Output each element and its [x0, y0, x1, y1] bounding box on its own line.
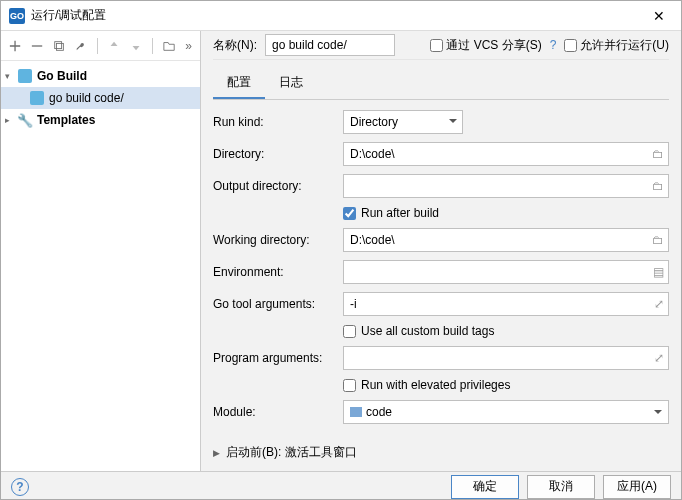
cancel-button[interactable]: 取消 [527, 475, 595, 499]
tree-label: Templates [37, 113, 95, 127]
help-share-icon[interactable]: ? [550, 38, 557, 52]
folder-icon[interactable] [163, 39, 175, 53]
expand-icon[interactable]: » [185, 39, 192, 53]
before-launch-section[interactable]: ▶ 启动前(B): 激活工具窗口 [213, 444, 669, 461]
tree-item-gobuild-code[interactable]: go build code/ [1, 87, 200, 109]
go-tool-args-label: Go tool arguments: [213, 297, 343, 311]
run-kind-label: Run kind: [213, 115, 343, 129]
module-select[interactable]: code [343, 400, 669, 424]
name-row: 名称(N): 通过 VCS 分享(S) ? 允许并行运行(U) [213, 31, 669, 60]
apply-button[interactable]: 应用(A) [603, 475, 671, 499]
up-icon[interactable] [108, 39, 120, 53]
tab-config[interactable]: 配置 [213, 68, 265, 99]
chevron-down-icon[interactable]: ▾ [5, 71, 17, 81]
copy-icon[interactable] [53, 39, 65, 53]
module-icon [350, 407, 362, 417]
run-after-build-checkbox[interactable] [343, 207, 356, 220]
run-elevated-label: Run with elevated privileges [361, 378, 510, 392]
add-icon[interactable] [9, 39, 21, 53]
share-vcs-checkbox[interactable]: 通过 VCS 分享(S) [430, 37, 541, 54]
config-form: Run kind: Directory Directory: 🗀 Output … [213, 100, 669, 471]
wrench-icon: 🔧 [17, 113, 33, 128]
run-kind-select[interactable]: Directory [343, 110, 463, 134]
allow-parallel-checkbox[interactable]: 允许并行运行(U) [564, 37, 669, 54]
svg-rect-0 [55, 41, 62, 48]
tree-item-gobuild[interactable]: ▾ Go Build [1, 65, 200, 87]
run-elevated-checkbox[interactable] [343, 379, 356, 392]
footer: ? 确定 取消 应用(A) [1, 471, 681, 500]
svg-rect-1 [57, 43, 64, 50]
working-dir-input[interactable] [343, 228, 669, 252]
go-icon [18, 69, 32, 83]
app-icon: GO [9, 8, 25, 24]
tabs: 配置 日志 [213, 68, 669, 100]
module-label: Module: [213, 405, 343, 419]
sidebar: » ▾ Go Build go build code/ ▸ 🔧 Template… [1, 31, 201, 471]
config-tree: ▾ Go Build go build code/ ▸ 🔧 Templates [1, 61, 200, 471]
working-dir-label: Working directory: [213, 233, 343, 247]
run-after-build-label: Run after build [361, 206, 439, 220]
chevron-right-icon: ▶ [213, 448, 220, 458]
directory-label: Directory: [213, 147, 343, 161]
environment-input[interactable] [343, 260, 669, 284]
use-all-tags-label: Use all custom build tags [361, 324, 494, 338]
output-dir-label: Output directory: [213, 179, 343, 193]
output-dir-input[interactable] [343, 174, 669, 198]
chevron-down-icon [654, 410, 662, 418]
tree-label: Go Build [37, 69, 87, 83]
before-launch-label: 启动前(B): 激活工具窗口 [226, 444, 357, 461]
sidebar-toolbar: » [1, 31, 200, 61]
use-all-tags-checkbox[interactable] [343, 325, 356, 338]
ok-button[interactable]: 确定 [451, 475, 519, 499]
module-value: code [366, 405, 392, 419]
wrench-icon[interactable] [75, 39, 87, 53]
help-button[interactable]: ? [11, 478, 29, 496]
directory-input[interactable] [343, 142, 669, 166]
program-args-input[interactable] [343, 346, 669, 370]
tree-item-templates[interactable]: ▸ 🔧 Templates [1, 109, 200, 131]
down-icon[interactable] [130, 39, 142, 53]
main-panel: 名称(N): 通过 VCS 分享(S) ? 允许并行运行(U) 配置 日志 Ru… [201, 31, 681, 471]
go-icon [30, 91, 44, 105]
environment-label: Environment: [213, 265, 343, 279]
name-label: 名称(N): [213, 37, 257, 54]
close-icon[interactable]: ✕ [645, 4, 673, 28]
name-input[interactable] [265, 34, 395, 56]
remove-icon[interactable] [31, 39, 43, 53]
go-tool-args-input[interactable] [343, 292, 669, 316]
tree-label: go build code/ [49, 91, 124, 105]
window-title: 运行/调试配置 [31, 7, 645, 24]
chevron-right-icon[interactable]: ▸ [5, 115, 17, 125]
titlebar: GO 运行/调试配置 ✕ [1, 1, 681, 31]
tab-log[interactable]: 日志 [265, 68, 317, 99]
program-args-label: Program arguments: [213, 351, 343, 365]
